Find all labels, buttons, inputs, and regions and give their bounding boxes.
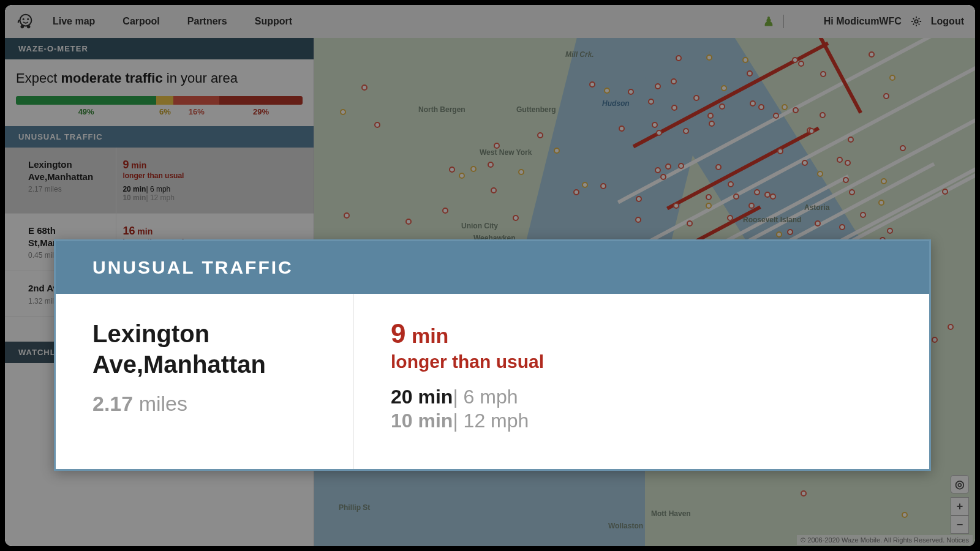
- modal-distance: 2.17 miles: [92, 392, 317, 416]
- modal-delay: 9 min: [391, 318, 892, 349]
- modal-usual-stat: 10 min| 12 mph: [391, 410, 892, 432]
- modal-title: UNUSUAL TRAFFIC: [56, 241, 929, 294]
- unusual-traffic-modal: UNUSUAL TRAFFIC Lexington Ave,Manhattan …: [54, 239, 931, 471]
- modal-current-stat: 20 min| 6 mph: [391, 386, 892, 408]
- modal-longer-than-usual: longer than usual: [391, 351, 892, 372]
- modal-road-name: Lexington Ave,Manhattan: [92, 318, 317, 380]
